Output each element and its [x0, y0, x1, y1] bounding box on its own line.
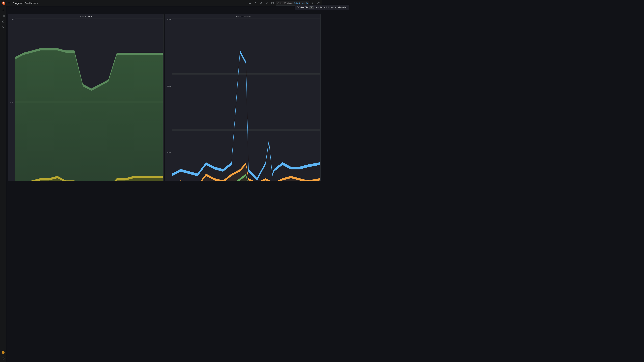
y-axis-request-rates: 40 ops 30 ops 20 ops 10 ops 0 ops: [8, 18, 15, 181]
svg-rect-12: [272, 2, 274, 4]
fullscreen-tooltip: Drücken Sie F11 , um den Vollbildmodus z…: [295, 5, 322, 10]
svg-point-26: [3, 27, 4, 28]
tv-mode-button[interactable]: [270, 1, 275, 5]
f11-key-badge: F11: [309, 6, 314, 9]
panel-request-rates-title: Request Rates: [8, 14, 163, 18]
sidebar-icon-dashboards[interactable]: [1, 13, 6, 18]
svg-line-10: [260, 3, 262, 4]
hamburger-icon[interactable]: ☰: [8, 1, 10, 5]
star-button[interactable]: [253, 1, 258, 5]
svg-rect-23: [3, 15, 4, 16]
svg-marker-5: [254, 2, 256, 4]
svg-point-18: [312, 2, 313, 4]
svg-rect-22: [2, 15, 3, 16]
dashboard-title[interactable]: Playground Dashboard ▾: [12, 2, 38, 4]
refresh-label: Refresh every 5s: [294, 2, 308, 4]
svg-rect-3: [250, 2, 250, 4]
svg-line-9: [260, 2, 262, 3]
title-dropdown-arrow[interactable]: ▾: [37, 2, 38, 4]
svg-point-7: [262, 3, 262, 4]
svg-point-11: [266, 3, 267, 3]
tooltip-text-after: , um den Vollbildmodus zu beenden: [315, 6, 322, 8]
sidebar-icon-config[interactable]: [1, 25, 6, 30]
panel-execution-duration-title: Execution Duration: [165, 14, 320, 18]
svg-rect-2: [249, 3, 250, 4]
sidebar-icon-alerting[interactable]: [1, 19, 6, 24]
navbar-left: ☰ Playground Dashboard ▾: [1, 1, 38, 5]
y-axis-execution-duration: 3.0 ms 2.5 ms 2.0 ms 1.5 ms 1.0 ms 500 µ…: [165, 18, 172, 181]
panel-execution-duration-body: 3.0 ms 2.5 ms 2.0 ms 1.5 ms 1.0 ms 500 µ…: [165, 18, 320, 181]
tooltip-text-before: Drücken Sie: [297, 6, 308, 8]
svg-rect-24: [2, 16, 3, 17]
time-range-label: Last 15 minutes: [280, 2, 293, 4]
left-sidebar: [0, 6, 6, 181]
svg-rect-25: [3, 16, 4, 17]
sidebar-icon-add[interactable]: [1, 8, 6, 13]
panel-request-rates-body: 40 ops 30 ops 20 ops 10 ops 0 ops 18:41 …: [8, 18, 163, 181]
grafana-logo[interactable]: [1, 1, 6, 5]
svg-point-8: [260, 3, 261, 3]
main-content: Request Rates 40 ops 30 ops 20 ops 10 op…: [6, 13, 322, 181]
panel-request-rates: Request Rates 40 ops 30 ops 20 ops 10 op…: [8, 14, 164, 181]
dashboard-settings-button[interactable]: [264, 1, 269, 5]
svg-point-6: [262, 2, 262, 3]
svg-rect-4: [250, 3, 250, 4]
svg-line-17: [278, 3, 279, 3]
svg-line-19: [313, 3, 314, 4]
share-button[interactable]: [259, 1, 264, 5]
svg-rect-1: [249, 3, 249, 4]
panel-execution-duration: Execution Duration 3.0 ms 2.5 ms 2.0 ms …: [165, 14, 321, 181]
top-navbar: ☰ Playground Dashboard ▾: [0, 0, 322, 6]
graph-view-button[interactable]: [247, 1, 252, 5]
